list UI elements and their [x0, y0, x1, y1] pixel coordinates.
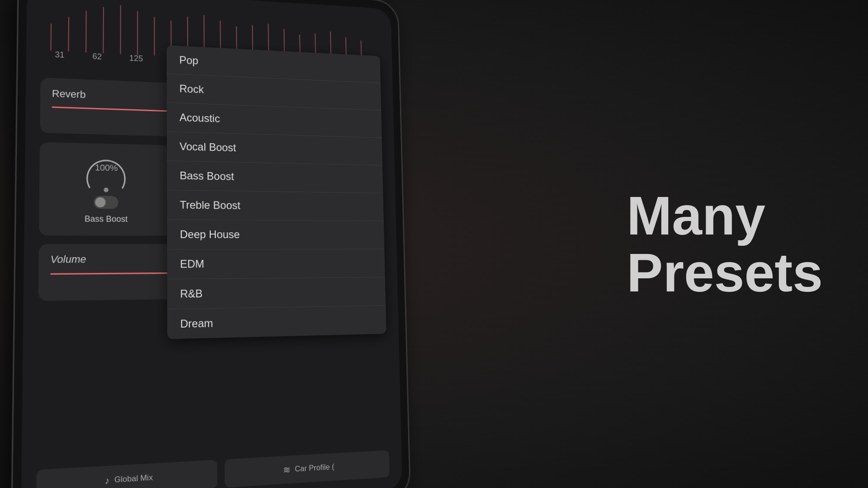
eq-bar-5	[120, 5, 133, 54]
eq-bar-4	[103, 7, 115, 54]
bass-boost-knob-container: 100%	[83, 155, 130, 192]
car-profile-icon: ≋	[283, 464, 291, 476]
bass-boost-dot	[104, 188, 108, 192]
global-mix-tab[interactable]: ♪ Global Mix	[36, 460, 217, 488]
bottom-tabs: ♪ Global Mix ≋ Car Profile (	[36, 450, 390, 488]
eq-bar-3	[85, 10, 98, 53]
freq-31: 31	[55, 50, 64, 60]
global-mix-label: Global Mix	[114, 473, 153, 485]
presets-dropdown[interactable]: Pop Rock Acoustic Vocal Boost Bass Boost…	[167, 45, 387, 339]
bass-boost-value: 100%	[95, 162, 118, 173]
right-text-block: Many Presets	[627, 187, 823, 301]
preset-treble-boost[interactable]: Treble Boost	[167, 190, 383, 221]
phone-screen: 31 62 125 250 500 1k 16k Presets Reverb	[21, 0, 402, 488]
preset-vocal-boost[interactable]: Vocal Boost	[167, 132, 382, 166]
car-profile-label: Car Profile (	[295, 462, 335, 474]
preset-rnb[interactable]: R&B	[167, 277, 386, 310]
preset-edm[interactable]: EDM	[167, 249, 385, 279]
freq-62: 62	[92, 52, 102, 62]
global-mix-icon: ♪	[105, 475, 110, 486]
bass-boost-toggle[interactable]	[94, 196, 118, 209]
preset-deep-house[interactable]: Deep House	[167, 220, 384, 249]
bass-boost-knob-svg	[85, 157, 127, 190]
car-profile-tab[interactable]: ≋ Car Profile (	[225, 450, 390, 488]
reverb-title: Reverb	[52, 88, 86, 101]
main-title-line1: Many	[627, 187, 823, 244]
main-title-line2: Presets	[627, 244, 823, 301]
bass-boost-card: 100% Bass Boost	[39, 142, 171, 235]
preset-bass-boost[interactable]: Bass Boost	[167, 161, 383, 193]
eq-bar-2	[68, 17, 81, 52]
bass-boost-label: Bass Boost	[85, 214, 127, 224]
eq-bar-1	[50, 23, 63, 52]
preset-dream[interactable]: Dream	[167, 306, 387, 339]
phone-mockup: 31 62 125 250 500 1k 16k Presets Reverb	[11, 0, 411, 488]
phone-body: 31 62 125 250 500 1k 16k Presets Reverb	[11, 0, 411, 488]
eq-bar-6	[137, 11, 149, 55]
eq-bar-7	[154, 17, 166, 56]
freq-125: 125	[129, 54, 143, 64]
